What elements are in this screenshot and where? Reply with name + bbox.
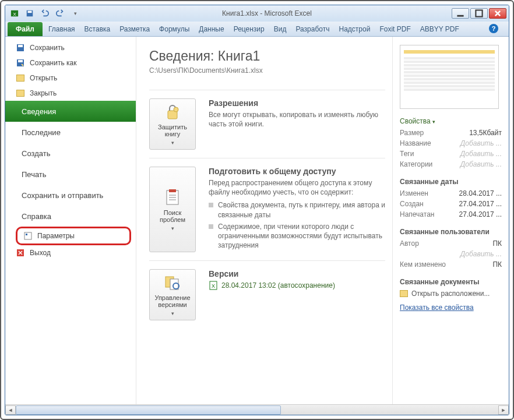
tab-layout[interactable]: Разметка: [115, 23, 154, 36]
sidebar-save[interactable]: Сохранить: [5, 40, 136, 55]
sidebar-label: Сохранить: [30, 44, 65, 52]
svg-rect-16: [169, 189, 176, 192]
tab-addins[interactable]: Надстрой: [334, 23, 375, 36]
version-item[interactable]: X 28.04.2017 13:02 (автосохранение): [209, 281, 385, 290]
sidebar-label: Справка: [22, 212, 51, 221]
tab-data[interactable]: Данные: [194, 23, 228, 36]
qat-dropdown-icon[interactable]: ▾: [68, 8, 82, 19]
save-as-icon: [16, 58, 25, 68]
prop-row: АвторПК: [400, 238, 502, 249]
help-icon: ?: [489, 24, 498, 33]
versions-title: Версии: [209, 269, 385, 278]
protect-workbook-button[interactable]: Защитить книгу▾: [149, 98, 196, 150]
tab-file[interactable]: Файл: [8, 22, 43, 36]
options-icon: [23, 231, 33, 241]
tab-insert[interactable]: Вставка: [80, 23, 115, 36]
scroll-track[interactable]: [16, 405, 498, 415]
save-icon[interactable]: [23, 8, 37, 19]
scroll-right-button[interactable]: ►: [498, 405, 509, 415]
prop-row[interactable]: НазваниеДобавить ...: [400, 138, 502, 149]
lock-icon: [163, 103, 182, 121]
sidebar-page-recent[interactable]: Последние: [5, 122, 136, 143]
sidebar-page-print[interactable]: Печать: [5, 164, 136, 185]
list-item: Свойства документа, путь к принтеру, имя…: [209, 200, 385, 219]
chevron-down-icon: ▾: [171, 225, 174, 231]
redo-icon[interactable]: [53, 8, 67, 19]
svg-rect-9: [18, 60, 23, 62]
help-button[interactable]: ?: [484, 22, 503, 36]
maximize-button[interactable]: [470, 8, 488, 19]
undo-icon[interactable]: [38, 8, 52, 19]
svg-text:X: X: [212, 283, 215, 289]
close-file-icon: [16, 89, 25, 98]
check-issues-button[interactable]: Поиск проблем▾: [149, 167, 196, 252]
svg-rect-5: [476, 10, 482, 16]
sidebar-options[interactable]: Параметры: [17, 228, 129, 243]
svg-rect-4: [457, 15, 463, 17]
open-file-location[interactable]: Открыть расположени...: [400, 290, 502, 298]
svg-rect-11: [26, 234, 27, 235]
manage-versions-button[interactable]: Управление версиями▾: [149, 269, 196, 320]
bullet-icon: [209, 224, 213, 229]
sidebar-page-info[interactable]: Сведения: [5, 101, 136, 122]
tab-formulas[interactable]: Формулы: [154, 23, 194, 36]
tab-abbyy[interactable]: ABBYY PDF: [416, 23, 464, 36]
info-heading: Сведения: Книга1: [149, 48, 385, 64]
prop-row[interactable]: ТегиДобавить ...: [400, 149, 502, 159]
svg-text:X: X: [13, 12, 16, 17]
tab-foxit[interactable]: Foxit PDF: [375, 23, 415, 36]
prop-row[interactable]: Добавить ...: [400, 249, 502, 259]
sidebar-label: Сохранить как: [30, 59, 76, 67]
sidebar-page-share[interactable]: Сохранить и отправить: [5, 185, 136, 206]
sidebar-label: Выход: [30, 249, 51, 257]
prepare-title: Подготовить к общему доступу: [209, 167, 385, 176]
sidebar-label: Последние: [22, 128, 61, 137]
tab-developer[interactable]: Разработч: [291, 23, 334, 36]
chevron-down-icon: ▾: [171, 140, 174, 146]
sidebar-label: Закрыть: [30, 89, 57, 97]
sidebar-close-file[interactable]: Закрыть: [5, 86, 136, 101]
document-thumbnail[interactable]: [400, 45, 499, 109]
permissions-title: Разрешения: [209, 98, 385, 108]
button-label: Поиск проблем: [151, 209, 194, 223]
permissions-text: Все могут открывать, копировать и изменя…: [209, 110, 385, 129]
properties-panel: Свойства ▾ Размер13,5Кбайт НазваниеДобав…: [392, 37, 509, 404]
button-label: Управление версиями: [151, 294, 194, 308]
prop-row: Создан27.04.2017 ...: [400, 199, 502, 209]
tab-review[interactable]: Рецензир: [229, 23, 269, 36]
open-icon: [16, 73, 25, 83]
sidebar-save-as[interactable]: Сохранить как: [5, 55, 136, 70]
backstage-sidebar: Сохранить Сохранить как Открыть Закрыть …: [5, 37, 136, 404]
sidebar-label: Сведения: [22, 107, 56, 116]
button-label: Защитить книгу: [151, 123, 194, 137]
prop-row[interactable]: КатегорииДобавить ...: [400, 159, 502, 170]
bullet-icon: [209, 203, 213, 207]
prepare-text: Перед распространением общего доступа к …: [209, 178, 385, 197]
exit-icon: [16, 248, 25, 257]
tab-view[interactable]: Вид: [269, 23, 291, 36]
sidebar-page-help[interactable]: Справка: [5, 206, 136, 227]
svg-point-14: [174, 107, 178, 112]
sidebar-label: Открыть: [30, 74, 57, 82]
minimize-button[interactable]: [452, 8, 469, 19]
sidebar-exit[interactable]: Выход: [5, 245, 136, 260]
horizontal-scrollbar[interactable]: ◄ ►: [5, 404, 509, 415]
prop-row: Изменен28.04.2017 ...: [400, 188, 502, 199]
versions-icon: [163, 273, 182, 292]
properties-dropdown[interactable]: Свойства ▾: [400, 117, 502, 125]
ribbon-tabs: Файл Главная Вставка Разметка Формулы Да…: [5, 22, 509, 37]
highlight-annotation: Параметры: [16, 227, 131, 245]
show-all-properties[interactable]: Показать все свойства: [400, 303, 502, 312]
sidebar-open[interactable]: Открыть: [5, 70, 136, 86]
svg-rect-3: [28, 11, 32, 13]
scroll-left-button[interactable]: ◄: [5, 405, 16, 415]
chevron-down-icon: ▾: [432, 119, 435, 125]
tab-home[interactable]: Главная: [44, 23, 80, 36]
sidebar-page-new[interactable]: Создать: [5, 143, 136, 164]
folder-icon: [400, 290, 408, 297]
close-button[interactable]: [489, 8, 506, 19]
info-panel: Сведения: Книга1 C:\Users\ПК\Documents\К…: [136, 37, 392, 404]
scroll-thumb[interactable]: [16, 405, 281, 415]
prop-row: Напечатан27.04.2017 ...: [400, 209, 502, 220]
window-title: Книга1.xlsx - Microsoft Excel: [82, 9, 452, 17]
